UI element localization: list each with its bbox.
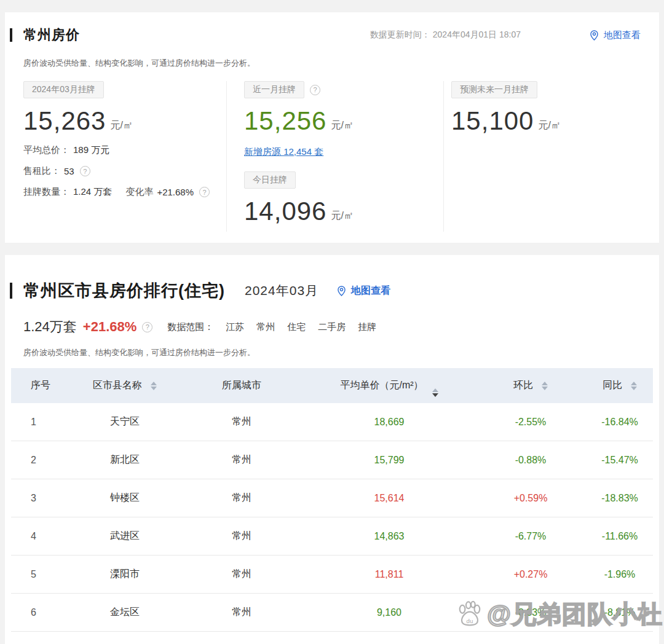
avg-price: 15,614 bbox=[294, 493, 484, 504]
avg-price: 11,811 bbox=[294, 569, 484, 580]
ranking-header: 常州区市县房价排行(住宅) 2024年03月 地图查看 bbox=[23, 280, 641, 302]
map-pin-icon bbox=[588, 29, 600, 41]
table-header-row: 序号 区市县名称 所属城市 平均单价（元/m²） 环比 同比 bbox=[11, 368, 653, 403]
forecast-avg-price: 15,100 bbox=[451, 107, 534, 135]
yoy-change: -16.84% bbox=[577, 417, 663, 428]
new-listings-link[interactable]: 新增房源 12,454 套 bbox=[244, 146, 323, 158]
district-name: 溧阳市 bbox=[60, 568, 189, 581]
district-name: 新北区 bbox=[60, 454, 189, 466]
sort-icon[interactable] bbox=[542, 382, 548, 390]
ranking-description: 房价波动受供给量、结构变化影响，可通过房价结构进一步分析。 bbox=[23, 347, 641, 358]
table-row: 1 天宁区 常州 18,669 -2.55% -16.84% bbox=[11, 403, 653, 441]
scope-item: 常州 bbox=[256, 321, 275, 333]
avg-price: 18,669 bbox=[294, 417, 484, 428]
sort-icon[interactable] bbox=[432, 388, 438, 397]
mom-change: -6.77% bbox=[484, 531, 577, 542]
yoy-change: -8.81% bbox=[577, 607, 663, 618]
col-header-yoy[interactable]: 同比 bbox=[577, 379, 663, 392]
yoy-change: -11.66% bbox=[577, 531, 663, 542]
scope-item: 江苏 bbox=[226, 321, 244, 333]
ranking-title: 常州区市县房价排行(住宅) bbox=[23, 280, 225, 302]
page-title: 常州房价 bbox=[23, 26, 80, 44]
price-unit: 元/㎡ bbox=[110, 119, 132, 135]
ranking-period: 2024年03月 bbox=[245, 282, 318, 299]
ranking-table: 序号 区市县名称 所属城市 平均单价（元/m²） 环比 同比 bbox=[11, 368, 653, 632]
city-name: 常州 bbox=[189, 568, 294, 581]
map-pin-icon bbox=[336, 285, 347, 297]
data-update-time: 数据更新时间：2024年04月01日 18:07 bbox=[370, 29, 521, 41]
avg-total-price: 平均总价： 189 万元 bbox=[23, 144, 226, 156]
col-header-index: 序号 bbox=[11, 379, 60, 392]
title-accent-bar bbox=[10, 28, 12, 42]
scope-item: 住宅 bbox=[287, 321, 306, 333]
sort-icon[interactable] bbox=[151, 382, 157, 390]
district-name: 天宁区 bbox=[60, 415, 189, 428]
mom-change: +0.59% bbox=[484, 493, 577, 504]
col-header-city: 所属城市 bbox=[189, 379, 294, 392]
summary-description: 房价波动受供给量、结构变化影响，可通过房价结构进一步分析。 bbox=[23, 58, 641, 69]
map-view-link[interactable]: 地图查看 bbox=[336, 285, 390, 297]
table-row: 6 金坛区 常州 9,160 -0.33% -8.81% bbox=[11, 594, 653, 632]
yoy-change: -18.83% bbox=[577, 493, 663, 504]
month-listing-panel: 2024年03月挂牌 15,263 元/㎡ 平均总价： 189 万元 售租比： … bbox=[23, 81, 226, 232]
total-listings: 1.24万套 bbox=[23, 318, 77, 336]
help-icon[interactable] bbox=[199, 187, 210, 197]
help-icon[interactable] bbox=[310, 85, 320, 95]
sort-icon[interactable] bbox=[631, 382, 637, 390]
table-row: 4 武进区 常州 14,863 -6.77% -11.66% bbox=[11, 517, 653, 556]
city-name: 常州 bbox=[189, 606, 294, 619]
recent-month-panel: 近一月挂牌 15,256 元/㎡ 新增房源 12,454 套 今日挂牌 14,0… bbox=[227, 81, 443, 232]
table-row: 5 溧阳市 常州 11,811 +0.27% -1.96% bbox=[11, 556, 653, 594]
forecast-panel: 预测未来一月挂牌 15,100 元/㎡ bbox=[444, 81, 641, 232]
forecast-badge: 预测未来一月挂牌 bbox=[451, 81, 537, 98]
table-row: 3 钟楼区 常州 15,614 +0.59% -18.83% bbox=[11, 479, 653, 517]
title-accent-bar bbox=[10, 283, 12, 299]
summary-header: 常州房价 数据更新时间：2024年04月01日 18:07 地图查看 bbox=[23, 26, 641, 44]
change-rate-value: +21.68% bbox=[157, 187, 194, 197]
col-header-mom[interactable]: 环比 bbox=[484, 379, 577, 392]
month-avg-price: 15,263 bbox=[23, 107, 106, 135]
city-name: 常州 bbox=[189, 530, 294, 543]
mom-change: -2.55% bbox=[484, 417, 577, 428]
mom-change: -0.88% bbox=[484, 455, 577, 466]
mom-change: -0.33% bbox=[484, 607, 577, 618]
district-ranking-card: 常州区市县房价排行(住宅) 2024年03月 地图查看 1.24万套 +21.6… bbox=[5, 255, 659, 644]
city-name: 常州 bbox=[189, 454, 294, 466]
page: 常州房价 数据更新时间：2024年04月01日 18:07 地图查看 房价波动受… bbox=[0, 0, 664, 644]
sale-rent-ratio: 售租比： 53 bbox=[23, 165, 226, 177]
col-header-district[interactable]: 区市县名称 bbox=[60, 379, 189, 392]
data-scope: 数据范围： 江苏 常州 住宅 二手房 挂牌 bbox=[160, 321, 376, 333]
map-view-link[interactable]: 地图查看 bbox=[588, 29, 641, 41]
district-name: 钟楼区 bbox=[60, 492, 189, 505]
today-badge: 今日挂牌 bbox=[244, 171, 296, 189]
change-rate: +21.68% bbox=[83, 319, 136, 335]
yoy-change: -1.96% bbox=[577, 569, 663, 580]
city-name: 常州 bbox=[189, 492, 294, 505]
yoy-change: -15.47% bbox=[577, 455, 663, 466]
month-badge: 2024年03月挂牌 bbox=[23, 81, 104, 98]
avg-price: 9,160 bbox=[294, 607, 484, 618]
price-unit: 元/㎡ bbox=[331, 119, 353, 135]
city-price-summary-card: 常州房价 数据更新时间：2024年04月01日 18:07 地图查看 房价波动受… bbox=[5, 12, 659, 243]
district-name: 武进区 bbox=[60, 530, 189, 543]
help-icon[interactable] bbox=[80, 166, 90, 176]
listing-count: 挂牌数量： 1.24 万套 变化率 +21.68% bbox=[23, 186, 226, 198]
help-icon[interactable] bbox=[142, 322, 152, 332]
today-avg-price: 14,096 bbox=[244, 197, 326, 226]
scope-item: 二手房 bbox=[318, 321, 346, 333]
recent-badge: 近一月挂牌 bbox=[244, 81, 304, 98]
price-unit: 元/㎡ bbox=[331, 210, 353, 226]
city-name: 常州 bbox=[189, 415, 294, 428]
mom-change: +0.27% bbox=[484, 569, 577, 580]
avg-price: 14,863 bbox=[294, 531, 484, 542]
col-header-price[interactable]: 平均单价（元/m²） bbox=[294, 375, 484, 397]
stat-panels: 2024年03月挂牌 15,263 元/㎡ 平均总价： 189 万元 售租比： … bbox=[23, 81, 641, 232]
table-row: 2 新北区 常州 15,799 -0.88% -15.47% bbox=[11, 441, 653, 479]
ranking-stats-line: 1.24万套 +21.68% 数据范围： 江苏 常州 住宅 二手房 挂牌 bbox=[23, 318, 641, 336]
price-unit: 元/㎡ bbox=[538, 119, 560, 135]
avg-price: 15,799 bbox=[294, 455, 484, 466]
recent-avg-price: 15,256 bbox=[244, 107, 326, 135]
district-name: 金坛区 bbox=[60, 606, 189, 619]
scope-item: 挂牌 bbox=[358, 321, 376, 333]
